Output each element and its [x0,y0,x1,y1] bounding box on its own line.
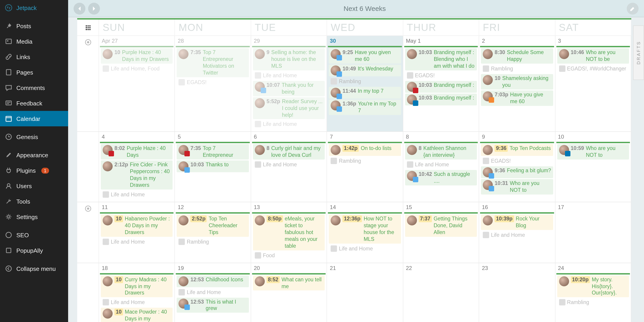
calendar-cell[interactable]: 21 [327,263,403,322]
event-category: Life and Home [101,298,173,307]
pn-icon [184,151,190,157]
calendar-event[interactable]: 12:36pHow NOT to stage your house for th… [329,214,401,244]
calendar-event[interactable]: 10:49It's Wednesday [329,65,401,76]
sidebar-item-label: Settings [16,213,38,220]
calendar-event[interactable]: 8:30Schedule Some Happy [481,48,553,64]
event-time: 5:52p [266,98,280,105]
sidebar-item-appearance[interactable]: Appearance [0,147,68,163]
grid-icon[interactable] [77,20,99,36]
calendar-cell[interactable]: 310:46Who are you NOT to beEGADS!, #Worl… [555,36,631,132]
calendar-event[interactable]: 11:44In my top 7 [329,87,401,99]
drafts-tab[interactable]: DRAFTS [633,26,644,80]
sidebar-item-feedback[interactable]: Feedback [0,95,68,111]
calendar-event[interactable]: 10:20pMy story. His{tory}. Our{story}. [557,275,629,297]
calendar-event[interactable]: 9:36Feeling a bit glum? [481,167,553,178]
calendar-event[interactable]: 2:12pFire Cider - Pink Peppercorns : 40 … [101,161,173,190]
calendar-event[interactable]: 9Selling a home: the house is live on th… [253,48,325,71]
calendar-cell[interactable]: 88Kathleen Shannon {an interview}Life an… [403,132,479,202]
next-button[interactable] [88,3,100,14]
sidebar-item-posts[interactable]: Posts [0,18,68,34]
calendar-event[interactable]: 10:03Thanks to [177,161,249,172]
gear-icon [4,213,13,221]
calendar-event[interactable]: 7:37Getting Things Done, David Allen [405,214,477,237]
sidebar-item-pages[interactable]: Pages [0,65,68,80]
calendar-cell[interactable]: 1010:59Who are you NOT to [555,132,631,202]
calendar-event[interactable]: 10:03Branding myself : [405,94,477,105]
calendar-cell[interactable]: 208:52What can you tell me [251,263,327,322]
calendar-cell[interactable]: 22 [403,263,479,322]
calendar-event[interactable]: 7:35Top 7 Entrepreneur Motivators on Twi… [177,48,249,77]
sidebar-item-seo[interactable]: SEO [0,227,68,243]
calendar-event[interactable]: 10:03Branding myself : [405,81,477,93]
calendar-event[interactable]: 10Curry Madras : 40 Days in my Drawers [101,275,173,297]
sidebar-item-genesis[interactable]: Genesis [0,129,68,145]
sidebar-item-users[interactable]: Users [0,178,68,194]
sidebar-item-settings[interactable]: Settings [0,209,68,224]
sidebar-item-jetpack[interactable]: Jetpack [0,0,68,16]
calendar-event[interactable]: 10:46Who are you NOT to be [557,48,629,64]
calendar-event[interactable]: 10:07Thank you for being [253,81,325,96]
calendar-cell[interactable]: 23 [479,263,555,322]
calendar-cell[interactable]: 68Curly girl hair and my love of Deva Cu… [251,132,327,202]
sidebar-item-comments[interactable]: Comments [0,80,68,95]
calendar-event[interactable]: 10Mace Powder : 40 Days in my Drawers [101,308,173,322]
calendar-event[interactable]: 10Purple Haze : 40 Days in my Drawers [101,48,173,64]
calendar-event[interactable]: 9:36Top Ten Podcasts [481,144,553,156]
calendar-event[interactable]: 10Shamelessly asking you [481,74,553,90]
calendar-event[interactable]: 12:53Childhood Icons [177,275,249,287]
sidebar-item-tools[interactable]: Tools [0,194,68,209]
calendar-cell[interactable]: 28:30Schedule Some HappyRambling10Shamel… [479,36,555,132]
calendar-event[interactable]: 10:31Who are you NOT to [481,179,553,195]
edit-button[interactable] [627,3,638,14]
calendar-event[interactable]: 1:36pYou're in my Top 7 [329,100,401,115]
calendar-event[interactable]: 8:52What can you tell me [253,275,325,291]
sidebar-item-popupally[interactable]: PopupAlly [0,243,68,258]
calendar-cell[interactable]: 1110Habanero Powder : 40 Days in my Draw… [99,202,175,262]
calendar-event[interactable]: 8Curly girl hair and my love of Deva Cur… [253,144,325,160]
calendar-cell[interactable]: 157:37Getting Things Done, David Allen [403,202,479,262]
sidebar-item-calendar[interactable]: Calendar [0,111,68,126]
calendar-event[interactable]: 10:39pRock Your Blog [481,214,553,230]
calendar-event[interactable]: 8:50peMeals, your ticket to fabulous hot… [253,214,325,250]
calendar-event[interactable]: 10:59Who are you NOT to [557,144,629,160]
calendar-cell[interactable]: May 110:03Branding myself : Blending who… [403,36,479,132]
calendar-event[interactable]: 10:03Branding myself : Blending who I am… [405,48,477,71]
calendar-event[interactable]: 2:52pTop Ten Cheerleader Tips [177,214,249,237]
calendar-cell[interactable]: 48:02Purple Haze : 40 Days2:12pFire Cide… [99,132,175,202]
calendar-event[interactable]: 9:25Have you given me 60 [329,48,401,64]
calendar-cell[interactable]: 1912:53Childhood IconsLife and Home12:53… [175,263,251,322]
calendar-cell[interactable]: 99:36Top Ten PodcastsEGADS!9:36Feeling a… [479,132,555,202]
calendar-event[interactable]: 12:53This is what I grew [177,297,249,313]
calendar-event[interactable]: 10:42Such a struggle .... [405,170,477,185]
calendar-cell[interactable]: 309:25Have you given me 6010:49It's Wedn… [327,36,403,132]
sidebar-item-media[interactable]: Media [0,34,68,49]
calendar-event[interactable]: 7:03pHave you give me 60 [481,90,553,106]
calendar-event[interactable]: 8:02Purple Haze : 40 Days [101,144,173,160]
calendar-cell[interactable]: 138:50peMeals, your ticket to fabulous h… [251,202,327,262]
radio-icon[interactable] [84,205,92,212]
calendar-event[interactable]: 5:52pReader Survey ... I could use your … [253,97,325,119]
sidebar-item-links[interactable]: Links [0,49,68,65]
calendar-event[interactable]: 1:42pOn to-do lists [329,144,401,156]
calendar-cell[interactable]: 1810Curry Madras : 40 Days in my Drawers… [99,263,175,322]
author-avatar [255,276,265,286]
sidebar-item-plugins[interactable]: Plugins1 [0,163,68,178]
calendar-cell[interactable]: 287:35Top 7 Entrepreneur Motivators on T… [175,36,251,132]
calendar-cell[interactable]: 71:42pOn to-do listsRambling [327,132,403,202]
calendar-cell[interactable]: Apr 2710Purple Haze : 40 Days in my Draw… [99,36,175,132]
radio-icon[interactable] [84,39,92,46]
calendar-event[interactable]: 7:35Top 7 Entrepreneur [177,144,249,160]
event-time: 10:39p [494,215,514,222]
prev-button[interactable] [74,3,86,14]
calendar-cell[interactable]: 122:52pTop Ten Cheerleader TipsRambling [175,202,251,262]
calendar-event[interactable]: 8Kathleen Shannon {an interview} [405,144,477,160]
calendar-event[interactable]: 10Habanero Powder : 40 Days in my Drawer… [101,214,173,237]
calendar-cell[interactable]: 1610:39pRock Your BlogLife and Home [479,202,555,262]
calendar-cell[interactable]: 1412:36pHow NOT to stage your house for … [327,202,403,262]
calendar-cell[interactable]: 17 [555,202,631,262]
calendar-cell[interactable]: 299Selling a home: the house is live on … [251,36,327,132]
sidebar-item-collapse-menu[interactable]: Collapse menu [0,261,68,276]
calendar-cell[interactable]: 2410:20pMy story. His{tory}. Our{story}.… [555,263,631,322]
calendar-cell[interactable]: 57:35Top 7 Entrepreneur10:03Thanks to [175,132,251,202]
event-category: Rambling [177,238,249,246]
